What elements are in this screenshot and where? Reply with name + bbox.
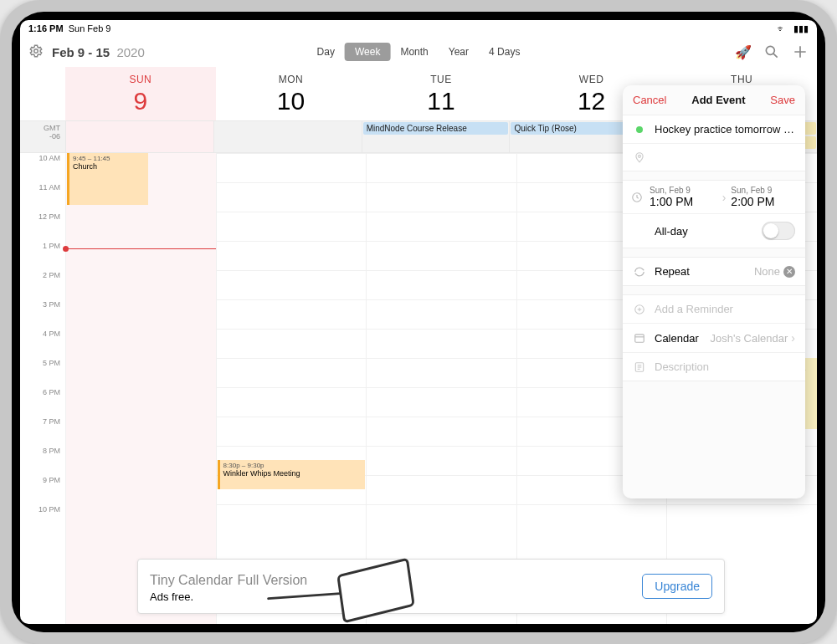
calendar-row[interactable]: Calendar Josh's Calendar › [623,323,805,352]
calendar-color-dot [633,126,646,133]
dom-label: 11 [366,87,516,115]
repeat-icon [633,266,646,278]
view-week[interactable]: Week [345,43,390,61]
dom-label: 10 [216,87,367,115]
hour-label: 1 PM [20,241,65,270]
calendar-value: Josh's Calendar [711,332,788,345]
all-day-row[interactable]: All-day [623,213,805,248]
hour-label: 12 PM [20,212,65,241]
allday-toggle[interactable] [762,222,795,240]
hour-label: 4 PM [20,329,65,358]
dom-label: 9 [65,87,216,115]
status-right: ᯤ ▮▮▮ [772,23,809,34]
location-icon [633,151,646,163]
ad-illustration [317,565,418,608]
rocket-icon[interactable]: 🚀 [735,44,752,60]
day-col-tue[interactable]: TUE 11 [366,67,516,120]
svg-point-5 [639,155,641,157]
status-bar: 1:16 PM Sun Feb 9 ᯤ ▮▮▮ [20,20,817,37]
reminder-label: Add a Reminder [655,303,733,315]
event-time: 8:30p – 9:30p [223,462,362,469]
tz-offset: -06 [49,132,60,141]
app-toolbar: Feb 9 - 15 2020 Day Week Month Year 4 Da… [20,37,817,67]
hour-label: 5 PM [20,358,65,387]
hour-label: 10 PM [20,504,65,534]
end-time-label: 2:00 PM [731,195,798,208]
battery-icon: ▮▮▮ [793,23,809,33]
repeat-label: Repeat [655,265,690,278]
gear-icon[interactable] [28,43,45,60]
date-range[interactable]: Feb 9 - 15 2020 [52,45,145,59]
tz-name: GMT [44,124,60,132]
add-icon[interactable] [792,43,809,60]
ipad-frame: 1:16 PM Sun Feb 9 ᯤ ▮▮▮ Feb 9 - 15 2020 … [0,0,837,644]
description-row[interactable]: Description [623,352,805,381]
event-title-input[interactable]: Hockey practice tomorrow at 9:… [655,123,795,135]
upgrade-banner: Tiny Calendar Full Version Ads free. Upg… [137,559,725,614]
hour-label: 7 PM [20,417,65,446]
clear-icon[interactable]: ✕ [783,266,795,278]
status-left: 1:16 PM Sun Feb 9 [28,23,110,33]
svg-point-1 [766,46,774,54]
tz-label: GMT -06 [20,121,65,152]
screen: 1:16 PM Sun Feb 9 ᯤ ▮▮▮ Feb 9 - 15 2020 … [20,20,817,624]
end-time[interactable]: Sun, Feb 9 2:00 PM [731,186,798,208]
grid-col-sun[interactable]: 9:45 – 11:45 Church [65,153,216,624]
event-title-row[interactable]: Hockey practice tomorrow at 9:… [623,115,805,143]
view-day[interactable]: Day [307,43,345,61]
allday-event[interactable]: MindNode Course Release [363,122,509,135]
clock-icon [631,192,644,203]
svg-rect-10 [635,335,644,342]
hour-labels: 10 AM 11 AM 12 PM 1 PM 2 PM 3 PM 4 PM 5 … [20,153,65,624]
time-row[interactable]: Sun, Feb 9 1:00 PM › Sun, Feb 9 2:00 PM [623,181,805,213]
search-icon[interactable] [763,43,780,60]
add-event-popover: Cancel Add Event Save Hockey practice to… [623,85,805,498]
hour-label: 6 PM [20,387,65,417]
allday-mon[interactable] [213,121,362,152]
date-range-year: 2020 [116,45,144,59]
start-time-label: 1:00 PM [650,195,717,208]
ad-title-sub: Full Version [238,573,308,587]
event-location-row[interactable] [623,143,805,171]
chevron-right-icon: › [791,331,795,345]
view-4days[interactable]: 4 Days [479,43,530,61]
allday-tue[interactable]: MindNode Course Release [362,121,510,152]
event-church[interactable]: 9:45 – 11:45 Church [67,153,148,205]
day-col-sun[interactable]: SUN 9 [65,67,216,120]
ipad-bezel: 1:16 PM Sun Feb 9 ᯤ ▮▮▮ Feb 9 - 15 2020 … [12,12,825,632]
wifi-icon: ᯤ [777,23,786,33]
event-time: 9:45 – 11:45 [73,155,145,162]
start-time[interactable]: Sun, Feb 9 1:00 PM [650,186,717,208]
dow-label: MON [216,74,367,85]
upgrade-button[interactable]: Upgrade [642,574,712,599]
allday-sun[interactable] [65,121,213,152]
hour-label: 3 PM [20,299,65,329]
view-switcher: Day Week Month Year 4 Days [307,43,531,61]
repeat-row[interactable]: Repeat None ✕ [623,258,805,285]
popover-title: Add Event [691,94,745,106]
save-button[interactable]: Save [770,94,795,106]
hour-label: 10 AM [20,153,65,182]
grid-col-tue[interactable] [366,153,516,624]
dow-label: THU [666,74,817,85]
event-whips[interactable]: 8:30p – 9:30p Winkler Whips Meeting [218,460,366,489]
date-range-text: Feb 9 - 15 [52,45,110,59]
reminder-row[interactable]: Add a Reminder [623,295,805,323]
view-month[interactable]: Month [390,43,438,61]
hour-label: 9 PM [20,475,65,504]
view-year[interactable]: Year [439,43,479,61]
start-day-label: Sun, Feb 9 [650,186,717,195]
cancel-button[interactable]: Cancel [633,94,666,106]
status-time: 1:16 PM [28,23,64,33]
end-day-label: Sun, Feb 9 [731,186,798,195]
chevron-right-icon: › [722,191,727,204]
day-col-mon[interactable]: MON 10 [216,67,367,120]
time-gutter-header [20,67,65,120]
event-title: Winkler Whips Meeting [223,469,362,478]
calendar-icon [633,332,646,344]
description-label: Description [655,360,709,373]
allday-label: All-day [655,225,688,238]
hour-label: 2 PM [20,270,65,299]
grid-col-mon[interactable]: 8:30p – 9:30p Winkler Whips Meeting [216,153,367,624]
event-title: Church [73,162,145,171]
